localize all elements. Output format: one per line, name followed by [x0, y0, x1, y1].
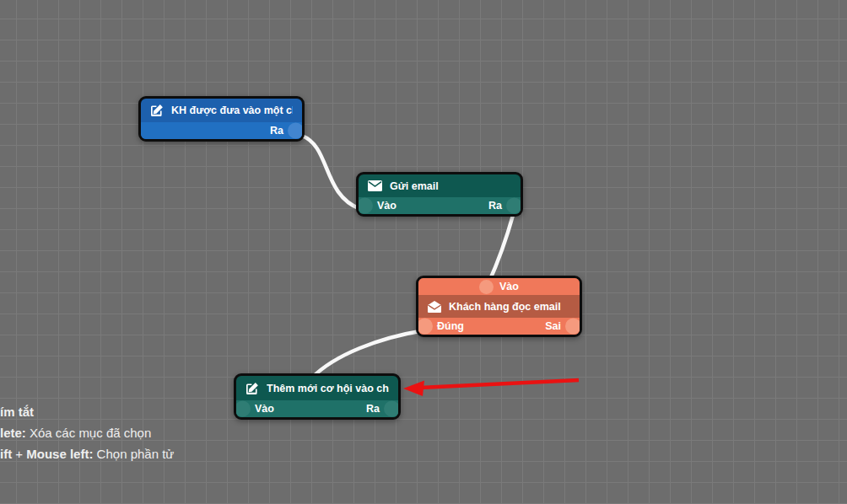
node-title: Khách hàng đọc email [449, 301, 561, 313]
input-port[interactable] [235, 401, 251, 417]
node-header: Gửi email [359, 174, 521, 197]
node-add-opportunity[interactable]: Thêm mới cơ hội vào chiến dịch Vào Ra [234, 373, 401, 420]
port-label-out: Ra [366, 403, 380, 415]
node-port-bar: Đúng Sai [418, 318, 580, 335]
input-port[interactable] [357, 198, 373, 214]
shortcut-hint-line: ift + Mouse left: Chọn phần tử [0, 443, 174, 464]
port-label-out: Ra [488, 200, 502, 212]
node-title: KH được đưa vào một chiến d... [171, 105, 293, 116]
port-label-false: Sai [545, 320, 561, 332]
connection-start-to-sendemail[interactable] [302, 136, 360, 209]
output-port[interactable] [506, 198, 522, 214]
shortcut-hint-line: lete: Xóa các mục đã chọn [0, 422, 174, 443]
edit-icon [245, 382, 259, 395]
port-label-in: Vào [499, 281, 519, 292]
envelope-icon [368, 180, 382, 191]
node-header: Thêm mới cơ hội vào chiến dịch [236, 376, 398, 400]
port-label-in: Vào [377, 200, 397, 212]
false-port[interactable] [565, 319, 581, 335]
output-port[interactable] [384, 401, 400, 417]
node-port-bar: Vào Ra [236, 400, 398, 417]
port-label-in: Vào [255, 403, 274, 415]
red-arrow [403, 380, 579, 396]
output-port[interactable] [288, 123, 304, 139]
input-port[interactable] [479, 280, 494, 294]
node-port-bar: Vào Ra [359, 197, 521, 214]
node-header: Khách hàng đọc email [418, 295, 580, 318]
port-label-out: Ra [270, 125, 283, 137]
connection-sendemail-to-read[interactable] [488, 212, 514, 283]
edit-icon [150, 104, 164, 117]
workflow-canvas[interactable]: KH được đưa vào một chiến d... Ra Gửi em… [0, 0, 847, 504]
node-title: Thêm mới cơ hội vào chiến dịch [267, 383, 389, 394]
node-title: Gửi email [390, 180, 439, 192]
node-header: KH được đưa vào một chiến d... [141, 99, 302, 122]
port-label-true: Đúng [437, 320, 464, 332]
node-send-email[interactable]: Gửi email Vào Ra [356, 172, 523, 217]
shortcut-hint-line: ím tắt [0, 401, 174, 422]
true-port[interactable] [417, 319, 433, 335]
node-port-bar: Ra [141, 122, 302, 139]
node-campaign-start[interactable]: KH được đưa vào một chiến d... Ra [138, 96, 305, 142]
shortcut-hints: ím tắt lete: Xóa các mục đã chọn ift + M… [0, 401, 174, 464]
envelope-open-icon [428, 301, 441, 313]
node-customer-reads-email[interactable]: Vào Khách hàng đọc email Đúng Sai [416, 276, 582, 337]
node-input-bar: Vào [418, 278, 580, 295]
